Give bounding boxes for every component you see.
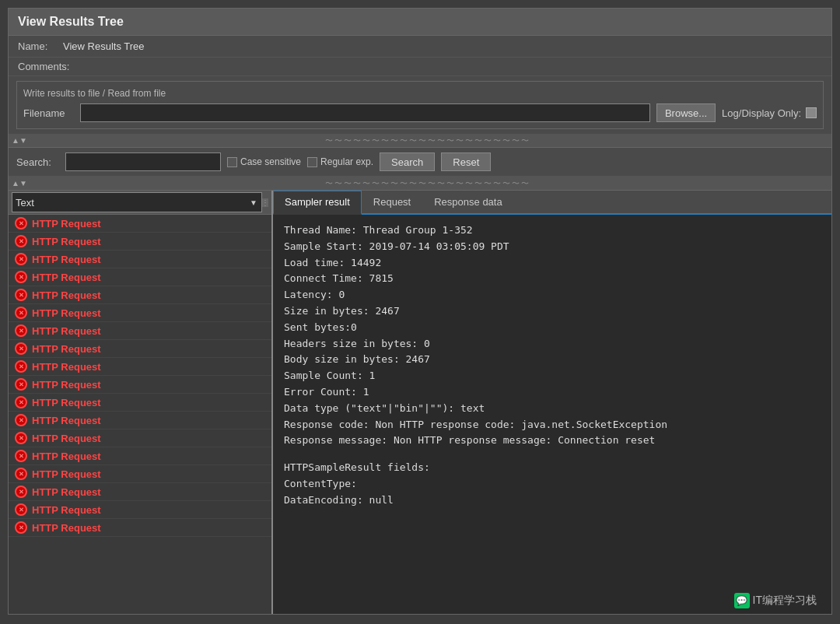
request-label: HTTP Request [32, 236, 101, 247]
request-label: HTTP Request [32, 254, 101, 265]
regular-exp-checkbox[interactable] [307, 157, 317, 167]
file-section-title: Write results to file / Read from file [23, 88, 817, 99]
error-icon [15, 396, 27, 408]
wechat-icon: 💬 [734, 593, 750, 608]
error-icon [15, 217, 27, 230]
tab-response-data[interactable]: Response data [422, 191, 513, 213]
list-item[interactable]: HTTP Request [9, 376, 271, 394]
tab-sampler-result[interactable]: Sampler result [273, 191, 362, 215]
result-line: HTTPSampleResult fields: [284, 460, 821, 476]
collapse-bar-1[interactable]: ▲▼ 〜〜〜〜〜〜〜〜〜〜〜〜〜〜〜〜〜〜〜〜〜〜 [9, 134, 831, 148]
error-icon [15, 414, 27, 426]
list-item[interactable]: HTTP Request [9, 268, 271, 286]
text-type-dropdown[interactable]: Text XML HTML JSON Boundary [12, 192, 262, 212]
search-row: Search: Case sensitive Regular exp. Sear… [9, 148, 831, 177]
error-icon [15, 468, 27, 480]
result-line: Data type ("text"|"bin"|""): text [284, 401, 821, 417]
watermark: 💬 IT编程学习栈 [734, 593, 817, 608]
list-item[interactable]: HTTP Request [9, 465, 271, 483]
file-section: Write results to file / Read from file F… [16, 81, 824, 129]
list-item[interactable]: HTTP Request [9, 412, 271, 429]
list-item[interactable]: HTTP Request [9, 215, 271, 233]
request-label: HTTP Request [32, 343, 101, 355]
request-label: HTTP Request [32, 504, 101, 516]
log-display-checkbox[interactable] [806, 107, 817, 118]
result-line: Sample Start: 2019-07-14 03:05:09 PDT [284, 239, 821, 255]
list-item[interactable]: HTTP Request [9, 233, 271, 251]
request-label: HTTP Request [32, 272, 101, 283]
result-line: Sample Count: 1 [284, 368, 821, 384]
request-label: HTTP Request [32, 468, 101, 480]
result-line: DataEncoding: null [284, 493, 821, 509]
result-line: Size in bytes: 2467 [284, 303, 821, 320]
error-icon [15, 324, 27, 337]
list-item[interactable]: HTTP Request [9, 251, 271, 268]
result-line: Latency: 0 [284, 287, 821, 303]
list-item[interactable]: HTTP Request [9, 304, 271, 322]
list-item[interactable]: HTTP Request [9, 447, 271, 465]
result-line: Response message: Non HTTP response mess… [284, 433, 821, 449]
filename-input[interactable] [80, 103, 650, 122]
error-icon [15, 503, 27, 516]
list-item[interactable]: HTTP Request [9, 519, 271, 537]
list-item[interactable]: HTTP Request [9, 501, 271, 519]
result-line: Thread Name: Thread Group 1-352 [284, 223, 821, 239]
list-item[interactable]: HTTP Request [9, 394, 271, 412]
result-line: Connect Time: 7815 [284, 271, 821, 287]
error-icon [15, 360, 27, 373]
list-item[interactable]: HTTP Request [9, 358, 271, 376]
browse-button[interactable]: Browse... [656, 103, 716, 122]
result-line: ContentType: [284, 476, 821, 493]
case-sensitive-label: Case sensitive [240, 156, 301, 167]
request-label: HTTP Request [32, 361, 101, 373]
error-icon [15, 342, 27, 355]
tab-bar: Sampler resultRequestResponse data [273, 191, 831, 215]
error-icon [15, 235, 27, 247]
filename-row: Filename Browse... Log/Display Only: [23, 103, 817, 122]
reset-button[interactable]: Reset [441, 152, 491, 171]
request-label: HTTP Request [32, 522, 101, 534]
error-icon [15, 450, 27, 462]
result-line: Sent bytes:0 [284, 320, 821, 336]
wavy-line-1: 〜〜〜〜〜〜〜〜〜〜〜〜〜〜〜〜〜〜〜〜〜〜 [27, 135, 828, 146]
collapse-bar-2[interactable]: ▲▼ 〜〜〜〜〜〜〜〜〜〜〜〜〜〜〜〜〜〜〜〜〜〜 [9, 177, 831, 191]
search-label: Search: [16, 156, 59, 168]
list-item[interactable]: HTTP Request [9, 483, 271, 501]
case-sensitive-option: Case sensitive [227, 156, 301, 167]
result-line: Body size in bytes: 2467 [284, 352, 821, 368]
request-label: HTTP Request [32, 307, 101, 319]
filename-group: Browse... [80, 103, 716, 122]
error-icon [15, 253, 27, 265]
collapse-arrows-1: ▲▼ [12, 136, 27, 145]
result-line [284, 449, 821, 460]
request-label: HTTP Request [32, 415, 101, 426]
filename-label: Filename [23, 107, 74, 119]
search-button[interactable]: Search [380, 152, 435, 171]
result-line: Error Count: 1 [284, 384, 821, 401]
list-item[interactable]: HTTP Request [9, 340, 271, 358]
list-item[interactable]: HTTP Request [9, 286, 271, 304]
request-label: HTTP Request [32, 450, 101, 462]
result-line: Headers size in bytes: 0 [284, 336, 821, 352]
tab-request[interactable]: Request [362, 191, 422, 213]
left-toolbar: Text XML HTML JSON Boundary ⋮ [9, 191, 271, 215]
search-input[interactable] [65, 152, 221, 171]
case-sensitive-checkbox[interactable] [227, 157, 237, 167]
request-label: HTTP Request [32, 289, 101, 301]
request-list: HTTP RequestHTTP RequestHTTP RequestHTTP… [9, 215, 271, 614]
panel-resize-handle[interactable]: ⋮ [262, 198, 268, 207]
regular-exp-label: Regular exp. [320, 156, 373, 167]
list-item[interactable]: HTTP Request [9, 322, 271, 340]
wavy-line-2: 〜〜〜〜〜〜〜〜〜〜〜〜〜〜〜〜〜〜〜〜〜〜 [27, 178, 828, 189]
error-icon [15, 271, 27, 283]
regular-exp-option: Regular exp. [307, 156, 373, 167]
log-display-label: Log/Display Only: [722, 107, 801, 119]
collapse-arrows-2: ▲▼ [12, 179, 27, 188]
request-label: HTTP Request [32, 379, 101, 391]
right-panel: Sampler resultRequestResponse data Threa… [273, 191, 831, 614]
result-content: Thread Name: Thread Group 1-352Sample St… [273, 215, 831, 614]
name-value: View Results Tree [63, 40, 145, 52]
window-title: View Results Tree [9, 9, 831, 36]
list-item[interactable]: HTTP Request [9, 429, 271, 447]
request-label: HTTP Request [32, 325, 101, 337]
